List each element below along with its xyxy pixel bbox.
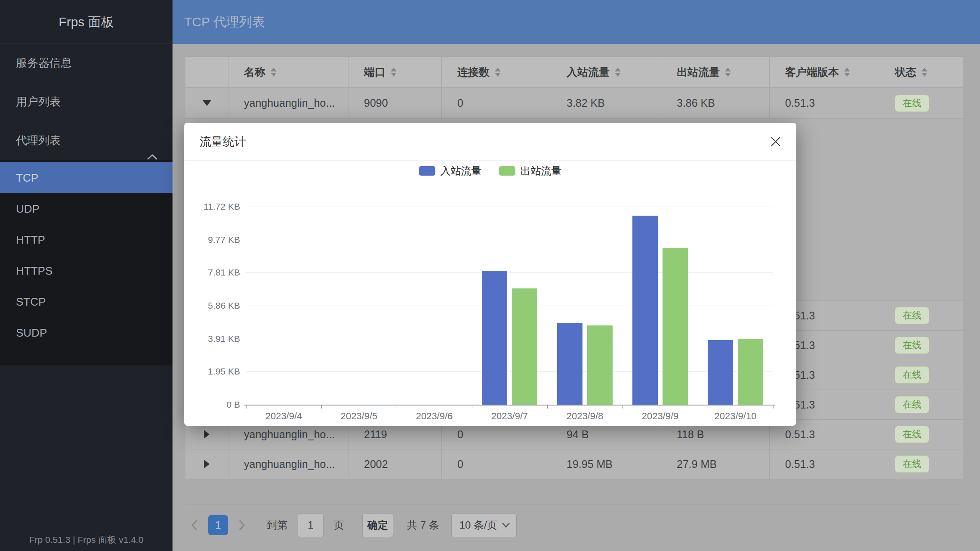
cell-conns: 0 bbox=[442, 449, 551, 479]
sort-desc-icon bbox=[615, 73, 621, 77]
next-page-button[interactable] bbox=[232, 515, 251, 535]
sidebar-menu: 服务器信息 用户列表 代理列表 TCP UDP HTTP HTTPS STCP … bbox=[0, 43, 173, 365]
outbound-bar bbox=[738, 339, 763, 405]
goto-suffix-label: 页 bbox=[334, 518, 344, 532]
app-title: Frps 面板 bbox=[0, 0, 173, 43]
column-label: 连接数 bbox=[457, 65, 490, 79]
gridline bbox=[246, 240, 773, 240]
sidebar-item-server-info[interactable]: 服务器信息 bbox=[0, 43, 173, 82]
cell-status: 在线 bbox=[879, 301, 964, 330]
prev-page-button[interactable] bbox=[185, 515, 204, 535]
x-axis-tick bbox=[773, 405, 774, 409]
cell-status: 在线 bbox=[879, 449, 964, 479]
cell-text: 27.9 MB bbox=[677, 458, 717, 471]
x-axis-tick bbox=[547, 405, 548, 409]
header-cell[interactable]: 名称 bbox=[228, 57, 348, 87]
cell-text: 3.86 KB bbox=[677, 97, 715, 109]
cell-status: 在线 bbox=[879, 331, 964, 360]
status-badge: 在线 bbox=[895, 95, 929, 112]
column-label: 名称 bbox=[244, 65, 265, 79]
status-badge: 在线 bbox=[895, 307, 929, 324]
sort-asc-icon bbox=[495, 68, 501, 71]
x-axis-tick-label: 2023/9/10 bbox=[698, 410, 773, 423]
expand-cell[interactable] bbox=[185, 449, 228, 479]
cell-name: yanghuanglin_ho... bbox=[228, 88, 348, 118]
cell-text: 3.82 KB bbox=[567, 97, 605, 109]
inbound-bar bbox=[708, 340, 733, 405]
sidebar-item-sudp[interactable]: SUDP bbox=[0, 317, 173, 348]
y-axis-tick-label: 0 B bbox=[188, 398, 240, 411]
sort-asc-icon bbox=[725, 68, 731, 71]
cell-version: 0.51.3 bbox=[770, 88, 879, 118]
triangle-right-icon bbox=[204, 430, 210, 439]
header-cell[interactable]: 状态 bbox=[879, 57, 964, 87]
submenu-label: SUDP bbox=[16, 326, 47, 339]
status-badge: 在线 bbox=[895, 337, 929, 354]
sort-desc-icon bbox=[391, 73, 397, 77]
pagination: 1 到第 页 确定 共 7 条 10 条/页 bbox=[185, 512, 517, 538]
header-cell[interactable]: 客户端版本 bbox=[770, 57, 879, 87]
column-label: 出站流量 bbox=[677, 65, 720, 79]
total-count-label: 共 7 条 bbox=[407, 518, 439, 532]
sidebar: Frps 面板 服务器信息 用户列表 代理列表 TCP UDP HTTP HTT… bbox=[0, 0, 173, 551]
page-size-select[interactable]: 10 条/页 bbox=[451, 513, 517, 537]
cell-text: yanghuanglin_ho... bbox=[244, 458, 335, 471]
submenu-label: HTTP bbox=[16, 233, 45, 246]
cell-text: 2119 bbox=[364, 428, 387, 441]
x-axis-tick bbox=[246, 405, 247, 409]
y-axis-tick-label: 9.77 KB bbox=[188, 233, 240, 246]
page-size-value: 10 条/页 bbox=[459, 518, 497, 532]
submenu-label: HTTPS bbox=[16, 264, 52, 277]
confirm-page-button[interactable]: 确定 bbox=[362, 513, 393, 537]
sidebar-item-udp[interactable]: UDP bbox=[0, 193, 173, 224]
triangle-down-icon bbox=[203, 100, 211, 106]
header-cell[interactable]: 连接数 bbox=[442, 57, 551, 87]
gridline bbox=[246, 207, 773, 207]
sidebar-item-label: 用户列表 bbox=[16, 95, 61, 108]
sort-carets-icon bbox=[271, 68, 277, 77]
goto-page-input[interactable] bbox=[298, 513, 324, 537]
x-axis-tick-label: 2023/9/6 bbox=[397, 410, 472, 423]
outbound-bar bbox=[512, 288, 537, 405]
triangle-right-icon bbox=[204, 460, 210, 468]
sort-carets-icon bbox=[921, 68, 928, 77]
proxy-submenu: TCP UDP HTTP HTTPS STCP SUDP bbox=[0, 160, 173, 365]
header-cell[interactable]: 入站流量 bbox=[551, 57, 661, 87]
header-cell-expand bbox=[185, 57, 228, 87]
x-axis-tick bbox=[321, 405, 322, 409]
x-axis-tick-label: 2023/9/5 bbox=[321, 410, 397, 423]
header-cell[interactable]: 端口 bbox=[348, 57, 442, 87]
version-footer: Frp 0.51.3 | Frps 面板 v1.4.0 bbox=[0, 534, 173, 546]
topbar: TCP 代理列表 bbox=[173, 0, 980, 44]
sidebar-item-https[interactable]: HTTPS bbox=[0, 255, 173, 286]
goto-prefix-label: 到第 bbox=[267, 518, 287, 532]
table-row: yanghuanglin_ho...2002019.95 MB27.9 MB0.… bbox=[185, 449, 963, 479]
table-header-row: 名称端口连接数入站流量出站流量客户端版本状态 bbox=[185, 57, 963, 88]
cell-status: 在线 bbox=[879, 390, 964, 419]
x-axis-tick bbox=[472, 405, 472, 409]
expand-cell[interactable] bbox=[185, 88, 228, 118]
submenu-label: TCP bbox=[16, 171, 38, 184]
status-badge: 在线 bbox=[895, 426, 929, 443]
chevron-right-icon bbox=[238, 519, 246, 531]
x-axis-tick-label: 2023/9/7 bbox=[472, 410, 547, 423]
traffic-stats-modal: 流量统计 入站流量 出站流量 11.72 KB9.77 KB7.81 KB5.8… bbox=[184, 123, 796, 426]
header-cell[interactable]: 出站流量 bbox=[661, 57, 770, 87]
y-axis-tick-label: 5.86 KB bbox=[188, 299, 240, 312]
sidebar-item-stcp[interactable]: STCP bbox=[0, 286, 173, 317]
sidebar-item-user-list[interactable]: 用户列表 bbox=[0, 82, 173, 121]
cell-text: 19.95 MB bbox=[567, 458, 613, 471]
outbound-bar bbox=[663, 248, 688, 405]
cell-port: 9090 bbox=[348, 88, 442, 118]
page-1-button[interactable]: 1 bbox=[208, 515, 228, 535]
sidebar-item-http[interactable]: HTTP bbox=[0, 224, 173, 255]
column-label: 状态 bbox=[895, 65, 916, 79]
cell-in: 19.95 MB bbox=[551, 449, 661, 479]
cell-status: 在线 bbox=[879, 88, 964, 118]
sort-carets-icon bbox=[844, 68, 850, 77]
cell-text: yanghuanglin_ho... bbox=[244, 97, 335, 109]
cell-name: yanghuanglin_ho... bbox=[228, 449, 348, 479]
y-axis-tick-label: 3.91 KB bbox=[188, 332, 240, 345]
sidebar-item-proxy-list[interactable]: 代理列表 bbox=[0, 121, 173, 160]
traffic-bar-chart: 11.72 KB9.77 KB7.81 KB5.86 KB3.91 KB1.95… bbox=[184, 123, 796, 426]
